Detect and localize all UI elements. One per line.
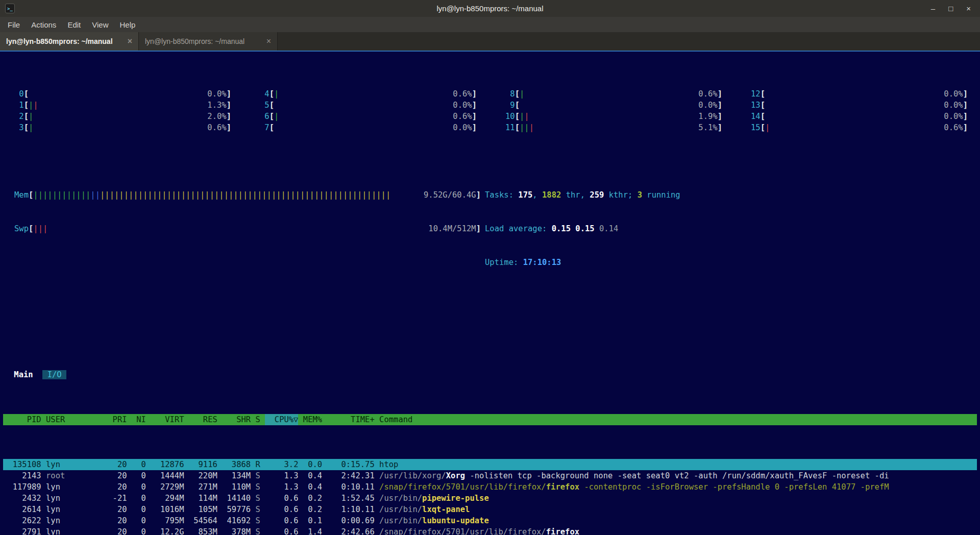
column-header-s[interactable]: S xyxy=(251,414,265,425)
titlebar[interactable]: lyn@lyn-b850mprors: ~/manual – □ × xyxy=(0,0,980,17)
bracket-close xyxy=(472,88,477,100)
cpu-meter-15: 15|0.6% xyxy=(751,122,968,133)
cpu-meter-1: 1||1.3% xyxy=(14,100,231,111)
menu-item-edit[interactable]: Edit xyxy=(62,18,86,31)
bracket-close xyxy=(227,122,231,133)
column-header-time[interactable]: TIME+ xyxy=(322,414,375,425)
cpu-percent: 5.1% xyxy=(698,122,717,133)
cpu-meter-3: 3|0.6% xyxy=(14,122,231,133)
process-row-135108[interactable]: 135108lyn2001287691163868R3.20.00:15.75h… xyxy=(3,459,977,470)
column-header-pri[interactable]: PRI xyxy=(99,414,127,425)
tab-bar: lyn@lyn-b850mprors: ~/manual×lyn@lyn-b85… xyxy=(0,32,980,51)
cpu-percent: 0.6% xyxy=(207,122,226,133)
column-header-ni[interactable]: NI xyxy=(127,414,146,425)
process-row-2791[interactable]: 2791lyn20012.2G853M378MS0.61.42:42.66/sn… xyxy=(3,526,977,535)
column-header-user[interactable]: USER xyxy=(41,414,99,425)
tasks-sep: , xyxy=(532,190,542,200)
bracket-close xyxy=(227,111,231,122)
column-header-mem[interactable]: MEM% xyxy=(298,414,322,425)
bracket-close xyxy=(718,100,722,111)
screen-tab-main[interactable]: Main xyxy=(9,370,38,379)
cpu-meter-10: 10||1.9% xyxy=(505,111,722,122)
column-header-shr[interactable]: SHR xyxy=(217,414,251,425)
column-header-virt[interactable]: VIRT xyxy=(146,414,184,425)
cpu-bars: | xyxy=(274,111,279,122)
cpu-percent: 0.0% xyxy=(944,111,963,122)
bracket-close xyxy=(476,223,481,234)
cpu-percent: 1.9% xyxy=(698,111,717,122)
column-header-res[interactable]: RES xyxy=(184,414,217,425)
bracket-close xyxy=(963,100,968,111)
cpu-bars: | xyxy=(29,111,33,122)
menu-item-view[interactable]: View xyxy=(86,18,114,31)
uptime-line: Uptime: 17:10:13 xyxy=(485,257,977,268)
running-count: 3 xyxy=(638,190,642,200)
mem-bars: ||||||||||||||||||||||||||||||||||||||||… xyxy=(33,189,390,201)
cpu-meter-4: 4|0.6% xyxy=(260,88,477,100)
screen-tab-io[interactable]: I/O xyxy=(42,370,66,379)
mem-usage-text: 9.52G/60.4G xyxy=(424,189,476,201)
cpu-number: 12 xyxy=(751,88,761,100)
bracket-open xyxy=(24,88,29,100)
bracket-open xyxy=(270,100,274,111)
bracket-close xyxy=(472,100,477,111)
process-command: /usr/bin/lubuntu-update xyxy=(375,515,977,526)
tab-close-icon[interactable]: × xyxy=(266,37,271,46)
cpu-number: 0 xyxy=(14,88,24,100)
process-table-header: PIDUSERPRINIVIRTRESSHRSCPU%▽MEM%TIME+Com… xyxy=(3,414,977,425)
tab-close-icon[interactable]: × xyxy=(128,37,132,46)
cpu-number: 1 xyxy=(14,100,24,111)
process-command: /snap/firefox/5701/usr/lib/firefox/firef… xyxy=(375,526,977,535)
tasks-label: Tasks: xyxy=(485,190,518,200)
cpu-bars: | xyxy=(765,122,770,133)
bracket-open xyxy=(24,122,29,133)
cpu-meter-9: 90.0% xyxy=(505,100,722,111)
bracket-close xyxy=(963,111,968,122)
menu-item-help[interactable]: Help xyxy=(114,18,141,31)
cpu-number: 4 xyxy=(260,88,270,100)
memory-meter: Mem|||||||||||||||||||||||||||||||||||||… xyxy=(14,189,481,201)
process-row-2614[interactable]: 2614lyn2001016M105M59776S0.60.21:10.11/u… xyxy=(3,504,977,515)
cpu-meters: 00.0%4|0.6%8|0.6%120.0%1||1.3%50.0%90.0%… xyxy=(3,88,977,133)
menu-item-actions[interactable]: Actions xyxy=(26,18,62,31)
window-title: lyn@lyn-b850mprors: ~/manual xyxy=(0,4,980,13)
cpu-number: 5 xyxy=(260,100,270,111)
cpu-number: 6 xyxy=(260,111,270,122)
cpu-meter-5: 50.0% xyxy=(260,100,477,111)
process-table: 135108lyn2001287691163868R3.20.00:15.75h… xyxy=(3,459,977,535)
terminal-tab-1[interactable]: lyn@lyn-b850mprors: ~/manual× xyxy=(0,32,139,51)
bracket-open xyxy=(515,111,520,122)
cpu-meter-2: 2|2.0% xyxy=(14,111,231,122)
close-icon[interactable]: × xyxy=(966,0,971,17)
maximize-icon[interactable]: □ xyxy=(948,0,953,17)
cpu-bars: | xyxy=(274,88,279,100)
process-row-2143[interactable]: 2143root2001444M220M134MS1.30.42:42.31/u… xyxy=(3,470,977,481)
bracket-close xyxy=(472,122,477,133)
minimize-icon[interactable]: – xyxy=(931,0,935,17)
menu-item-file[interactable]: File xyxy=(2,18,26,31)
column-header-pid[interactable]: PID xyxy=(3,414,41,425)
bracket-close xyxy=(227,100,231,111)
cpu-bars: | xyxy=(29,122,33,133)
process-command: /snap/firefox/5701/usr/lib/firefox/firef… xyxy=(375,481,977,493)
cpu-meter-0: 00.0% xyxy=(14,88,231,100)
cpu-bars: || xyxy=(520,111,529,122)
cpu-percent: 0.0% xyxy=(944,100,963,111)
bracket-close xyxy=(963,88,968,100)
htop-terminal[interactable]: 00.0%4|0.6%8|0.6%120.0%1||1.3%50.0%90.0%… xyxy=(0,51,980,535)
load-15min: 0.14 xyxy=(599,224,618,233)
process-row-2432[interactable]: 2432lyn-210294M114M14140S0.60.21:52.45/u… xyxy=(3,493,977,504)
process-row-2622[interactable]: 2622lyn200795M5456441692S0.60.10:00.69/u… xyxy=(3,515,977,526)
column-header-cmd[interactable]: Command xyxy=(375,414,977,425)
bracket-close xyxy=(963,122,968,133)
uptime-value: 17:10:13 xyxy=(523,258,561,267)
cpu-number: 9 xyxy=(505,100,515,111)
cpu-bars: ||| xyxy=(520,122,534,133)
tab-label: lyn@lyn-b850mprors: ~/manual xyxy=(6,37,124,45)
process-command: /usr/bin/pipewire-pulse xyxy=(375,493,977,504)
bracket-close xyxy=(718,88,722,100)
terminal-tab-2[interactable]: lyn@lyn-b850mprors: ~/manual× xyxy=(139,32,278,51)
cpu-meter-6: 6|0.6% xyxy=(260,111,477,122)
column-header-cpu[interactable]: CPU%▽ xyxy=(265,414,298,425)
process-row-117989[interactable]: 117989lyn2002729M271M110MS1.30.40:10.11/… xyxy=(3,481,977,493)
